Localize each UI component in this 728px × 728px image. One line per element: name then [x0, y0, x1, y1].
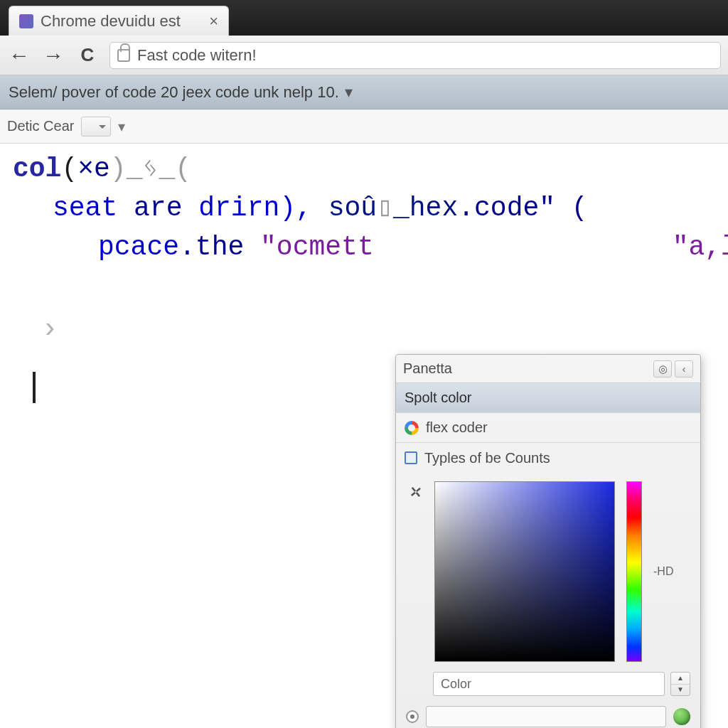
hd-label: -HD	[653, 563, 673, 579]
address-bar[interactable]: Fast code witern!	[109, 42, 721, 69]
popup-info-button[interactable]: ◎	[653, 360, 672, 378]
hue-slider[interactable]	[626, 481, 642, 662]
code-line-3: pcace.the "ocmett"a,l	[13, 228, 728, 267]
eyedropper-icon[interactable]: ✛	[404, 480, 428, 505]
text-cursor	[33, 372, 36, 403]
browser-toolbar: ← → C Fast code witern!	[0, 36, 728, 75]
tools-more-dropdown[interactable]: ▾	[118, 118, 125, 135]
color-value-row: Color ▲ ▼	[396, 668, 700, 703]
breadcrumb-bar[interactable]: Selem/ pover of code 20 jeex code unk ne…	[0, 75, 728, 109]
tools-bar: Detic Cear ▾	[0, 109, 728, 144]
console-prompt[interactable]: ›	[41, 309, 728, 350]
stepper-down-icon[interactable]: ▼	[671, 685, 690, 696]
chevron-down-icon[interactable]: ▾	[345, 83, 353, 102]
add-swatch-button[interactable]	[673, 708, 690, 725]
breadcrumb: Selem/ pover of code 20 jeex code unk ne…	[9, 83, 339, 102]
tab-title: Chrome devuidu est	[41, 12, 181, 31]
popup-row-label: Spolt color	[405, 387, 472, 408]
popup-row-label: flex coder	[426, 417, 488, 438]
color-input-label: Color	[441, 675, 471, 693]
popup-row-label: Typles of be Counts	[424, 448, 550, 469]
forward-button[interactable]: →	[41, 43, 65, 68]
popup-collapse-button[interactable]: ‹	[675, 360, 693, 378]
address-text: Fast code witern!	[137, 46, 257, 65]
color-picker-body: ✛ -HD	[396, 473, 700, 668]
swatch-radio[interactable]	[406, 710, 419, 723]
stepper-up-icon[interactable]: ▲	[671, 673, 690, 685]
popup-header: Panetta ◎ ‹	[396, 355, 700, 383]
popup-row-spot-color[interactable]: Spolt color	[396, 383, 700, 413]
tab-favicon	[19, 14, 33, 28]
code-line-1: col(×e)_ᛃ_(	[13, 149, 728, 188]
code-editor[interactable]: col(×e)_ᛃ_( seat are drirn), soû▯_hex.co…	[0, 144, 728, 728]
browser-tab[interactable]: Chrome devuidu est ×	[9, 6, 229, 36]
browser-tab-strip: Chrome devuidu est ×	[0, 0, 728, 36]
lock-icon	[117, 49, 130, 62]
tools-dropdown[interactable]	[81, 117, 111, 136]
checkbox-icon[interactable]	[405, 451, 417, 464]
color-picker-popup: Panetta ◎ ‹ Spolt color flex coder Typle…	[395, 354, 701, 728]
saturation-value-field[interactable]	[434, 481, 615, 662]
back-button[interactable]: ←	[7, 43, 31, 68]
reload-button[interactable]: C	[75, 43, 100, 68]
close-tab-icon[interactable]: ×	[209, 14, 218, 29]
code-line-2: seat are drirn), soû▯_hex.code" (	[13, 188, 728, 228]
popup-row-flex-coder[interactable]: flex coder	[396, 413, 700, 443]
color-input[interactable]: Color	[433, 672, 665, 696]
swatch-row	[396, 703, 700, 728]
google-logo-icon	[405, 421, 419, 435]
tools-label: Detic Cear	[7, 118, 74, 134]
popup-title: Panetta	[403, 358, 452, 379]
color-stepper[interactable]: ▲ ▼	[670, 672, 690, 696]
swatch-preview[interactable]	[426, 706, 666, 727]
popup-row-types[interactable]: Typles of be Counts	[396, 443, 700, 473]
